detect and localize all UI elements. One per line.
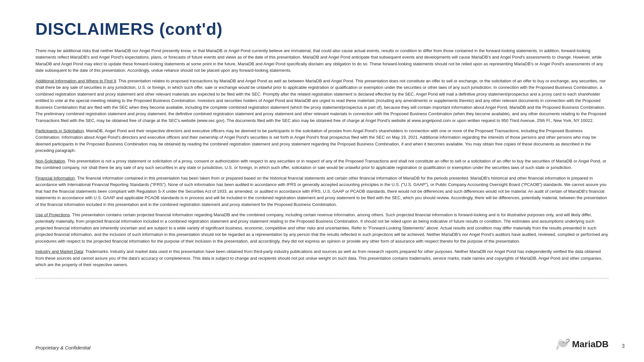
logo-maria: Maria: [572, 339, 595, 349]
section-title-projections: Use of Projections: [35, 212, 70, 217]
divider: [35, 278, 609, 279]
svg-point-0: [558, 341, 567, 347]
paragraph-participants: Participants in Solicitation. MariaDB, A…: [35, 128, 609, 154]
dolphin-icon: [553, 338, 570, 350]
logo-db: DB: [596, 339, 609, 349]
footer-confidential: Proprietary & Confidential: [35, 345, 90, 350]
page-title: DISCLAIMERS (cont'd): [35, 19, 609, 39]
paragraph-projections: Use of Projections. This presentation co…: [35, 212, 609, 245]
section-title-industry-market: Industry and Market Data: [35, 249, 83, 254]
page-number: 3: [622, 343, 625, 349]
paragraph-non-solicitation: Non-Solicitation. This presentation is n…: [35, 158, 609, 171]
paragraphs-container: There may be additional risks that neith…: [35, 48, 609, 268]
footer: Proprietary & Confidential MariaDB: [35, 338, 609, 350]
section-title-financial-info: Financial Information: [35, 176, 75, 181]
logo-text: MariaDB: [572, 339, 609, 349]
paragraph-financial-info: Financial Information. The financial inf…: [35, 175, 609, 208]
paragraph-intro: There may be additional risks that neith…: [35, 48, 609, 74]
section-title-additional-info: Additional Information and Where to Find…: [35, 79, 116, 83]
mariadb-logo: MariaDB: [553, 338, 609, 350]
paragraph-industry-market: Industry and Market Data: Trademarks. In…: [35, 248, 609, 268]
svg-point-1: [563, 342, 564, 343]
paragraph-additional-info: Additional Information and Where to Find…: [35, 78, 609, 124]
section-title-participants: Participants in Solicitation: [35, 128, 84, 133]
page: DISCLAIMERS (cont'd) There may be additi…: [0, 0, 644, 362]
section-title-non-solicitation: Non-Solicitation: [35, 159, 65, 163]
content-area: DISCLAIMERS (cont'd) There may be additi…: [35, 19, 609, 272]
